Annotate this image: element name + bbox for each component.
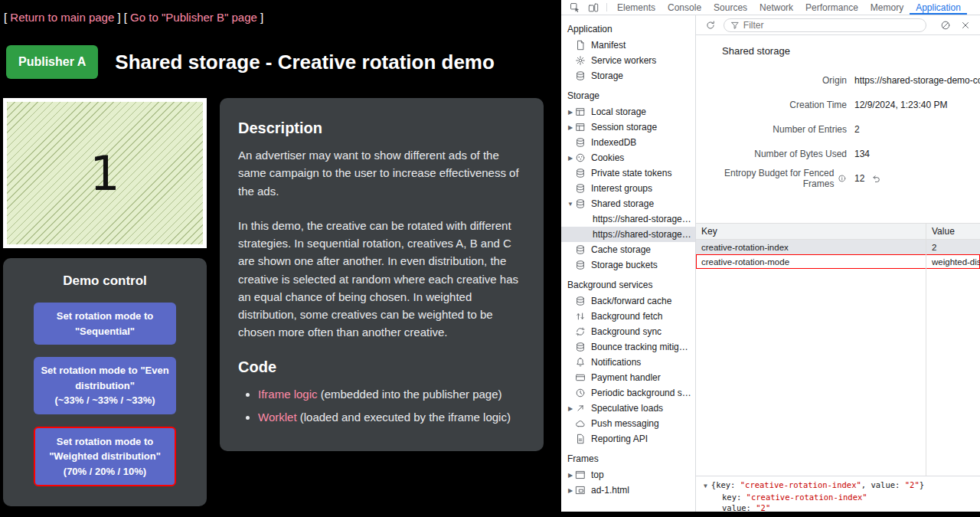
cookie-icon bbox=[575, 152, 587, 163]
bracket: ] [ bbox=[114, 11, 130, 24]
weighted-distribution-mode-button[interactable]: Set rotation mode to "Weighted distribut… bbox=[34, 427, 176, 487]
metadata-section: Origin https://shared-storage-demo-conte… bbox=[696, 68, 980, 191]
tab-elements[interactable]: Elements bbox=[611, 0, 662, 15]
demo-control-heading: Demo control bbox=[34, 273, 176, 289]
list-item-text: (embedded into the publisher page) bbox=[318, 388, 502, 401]
chevron-right-icon[interactable] bbox=[566, 487, 575, 494]
chevron-down-icon[interactable]: ▼ bbox=[704, 483, 707, 489]
up-down-arrows-icon bbox=[575, 311, 587, 322]
filter-input[interactable] bbox=[724, 18, 927, 32]
sidebar-item-frame-ad-1[interactable]: ad-1.html bbox=[561, 483, 695, 498]
sidebar-item-shared-storage-origin-1[interactable]: https://shared-storage-demo-publisher-a.… bbox=[561, 211, 695, 227]
sidebar-item-payment-handler[interactable]: Payment handler bbox=[561, 370, 695, 385]
value-column-header[interactable]: Value bbox=[926, 226, 980, 237]
tab-network[interactable]: Network bbox=[753, 0, 799, 15]
sidebar-section-background-services: Background services bbox=[561, 273, 695, 293]
tab-memory[interactable]: Memory bbox=[864, 0, 910, 15]
sidebar-item-indexeddb[interactable]: IndexedDB bbox=[561, 135, 695, 150]
database-icon bbox=[575, 260, 587, 270]
sidebar-item-bounce-tracking-mitigations[interactable]: Bounce tracking mitigations bbox=[561, 339, 695, 355]
sidebar-item-interest-groups[interactable]: Interest groups bbox=[561, 181, 695, 196]
button-label: Set rotation mode to "Sequential" bbox=[57, 310, 153, 337]
tab-sources[interactable]: Sources bbox=[707, 0, 753, 15]
screen: [ Return to main page ] [ Go to "Publish… bbox=[0, 0, 980, 517]
reset-budget-icon[interactable] bbox=[871, 173, 882, 184]
even-distribution-mode-button[interactable]: Set rotation mode to "Even distribution"… bbox=[34, 357, 176, 414]
sidebar-item-storage[interactable]: Storage bbox=[561, 68, 695, 83]
chevron-right-icon[interactable] bbox=[566, 405, 575, 412]
description-paragraph: An advertiser may want to show different… bbox=[238, 146, 525, 200]
worklet-link[interactable]: Worklet bbox=[258, 411, 297, 424]
meta-row-number-of-entries: Number of Entries 2 bbox=[696, 117, 980, 142]
description-heading: Description bbox=[238, 119, 525, 137]
bell-icon bbox=[575, 357, 587, 368]
chevron-down-icon[interactable] bbox=[566, 201, 575, 208]
sidebar-item-speculative-loads[interactable]: Speculative loads bbox=[561, 401, 695, 416]
sidebar-item-back-forward-cache[interactable]: Back/forward cache bbox=[561, 293, 695, 309]
application-sidebar: Application Manifest Service workers Sto… bbox=[561, 15, 696, 512]
funnel-icon bbox=[730, 21, 740, 30]
list-item-text: (loaded and executed by the iframe logic… bbox=[297, 411, 511, 424]
tab-console[interactable]: Console bbox=[662, 0, 707, 15]
clock-icon bbox=[575, 388, 587, 398]
publisher-b-link[interactable]: Go to "Publisher B" page bbox=[130, 11, 257, 24]
key-column-header[interactable]: Key bbox=[696, 226, 926, 237]
table-row[interactable]: creative-rotation-index 2 bbox=[696, 240, 980, 254]
database-icon bbox=[575, 183, 587, 194]
sidebar-item-shared-storage-origin-2[interactable]: https://shared-storage-demo-content-prod… bbox=[561, 227, 695, 242]
return-main-link[interactable]: Return to main page bbox=[10, 11, 114, 24]
preview-key-line: key: "creative-rotation-index" bbox=[704, 492, 980, 502]
database-icon bbox=[575, 198, 587, 209]
sidebar-item-push-messaging[interactable]: Push messaging bbox=[561, 416, 695, 431]
chevron-right-icon[interactable] bbox=[566, 472, 575, 479]
inspect-element-icon[interactable] bbox=[566, 0, 584, 15]
panel-title: Shared storage bbox=[722, 45, 980, 57]
table-row[interactable]: creative-rotation-mode weighted-distribu… bbox=[696, 254, 980, 269]
table-icon bbox=[575, 106, 587, 117]
database-icon bbox=[575, 70, 587, 81]
sidebar-item-periodic-background-sync[interactable]: Periodic background sync bbox=[561, 385, 695, 401]
meta-row-bytes-used: Number of Bytes Used 134 bbox=[696, 142, 980, 166]
code-heading: Code bbox=[238, 358, 525, 376]
sidebar-item-reporting-api[interactable]: Reporting API bbox=[561, 431, 695, 447]
devtools: Elements Console Sources Network Perform… bbox=[561, 0, 980, 512]
close-icon[interactable] bbox=[959, 18, 972, 32]
description-panel: Description An advertiser may want to sh… bbox=[220, 98, 544, 451]
chevron-right-icon[interactable] bbox=[566, 109, 575, 116]
button-label: Set rotation mode to "Even distribution" bbox=[41, 365, 168, 391]
sidebar-item-service-workers[interactable]: Service workers bbox=[561, 53, 695, 68]
divider bbox=[606, 3, 607, 11]
creative-number: 1 bbox=[90, 146, 119, 201]
panel-toolbar bbox=[696, 15, 980, 35]
sidebar-item-background-sync[interactable]: Background sync bbox=[561, 324, 695, 339]
sidebar-item-local-storage[interactable]: Local storage bbox=[561, 104, 695, 119]
refresh-icon[interactable] bbox=[704, 18, 717, 32]
tab-application[interactable]: Application bbox=[910, 0, 967, 15]
sidebar-item-cache-storage[interactable]: Cache storage bbox=[561, 242, 695, 257]
preview-summary-line: ▼{key: "creative-rotation-index", value:… bbox=[704, 479, 980, 492]
sidebar-item-cookies[interactable]: Cookies bbox=[561, 150, 695, 165]
sidebar-item-storage-buckets[interactable]: Storage buckets bbox=[561, 257, 695, 273]
device-toolbar-icon[interactable] bbox=[584, 0, 603, 15]
sidebar-item-private-state-tokens[interactable]: Private state tokens bbox=[561, 165, 695, 181]
sidebar-item-notifications[interactable]: Notifications bbox=[561, 355, 695, 370]
sidebar-item-manifest[interactable]: Manifest bbox=[561, 38, 695, 53]
entries-table: Key Value creative-rotation-index 2 crea… bbox=[696, 223, 980, 476]
sidebar-item-session-storage[interactable]: Session storage bbox=[561, 119, 695, 135]
sidebar-item-background-fetch[interactable]: Background fetch bbox=[561, 309, 695, 324]
iframe-logic-link[interactable]: Iframe logic bbox=[258, 388, 318, 401]
clear-all-icon[interactable] bbox=[939, 18, 952, 32]
sidebar-item-frame-top[interactable]: top bbox=[561, 467, 695, 483]
filter-text-field[interactable] bbox=[743, 20, 920, 31]
document-icon bbox=[575, 40, 587, 51]
meta-row-creation-time: Creation Time 12/9/2024, 1:23:40 PM bbox=[696, 93, 980, 117]
chevron-right-icon[interactable] bbox=[566, 155, 575, 162]
sequential-mode-button[interactable]: Set rotation mode to "Sequential" bbox=[34, 303, 176, 345]
code-links-list: Iframe logic (embedded into the publishe… bbox=[238, 385, 525, 427]
cloud-icon bbox=[575, 418, 587, 429]
sidebar-item-shared-storage[interactable]: Shared storage bbox=[561, 196, 695, 211]
tab-performance[interactable]: Performance bbox=[799, 0, 864, 15]
chevron-right-icon[interactable] bbox=[566, 124, 575, 131]
shared-storage-panel: Shared storage Origin https://shared-sto… bbox=[696, 15, 980, 512]
entry-preview-pane: ▼{key: "creative-rotation-index", value:… bbox=[696, 476, 980, 512]
